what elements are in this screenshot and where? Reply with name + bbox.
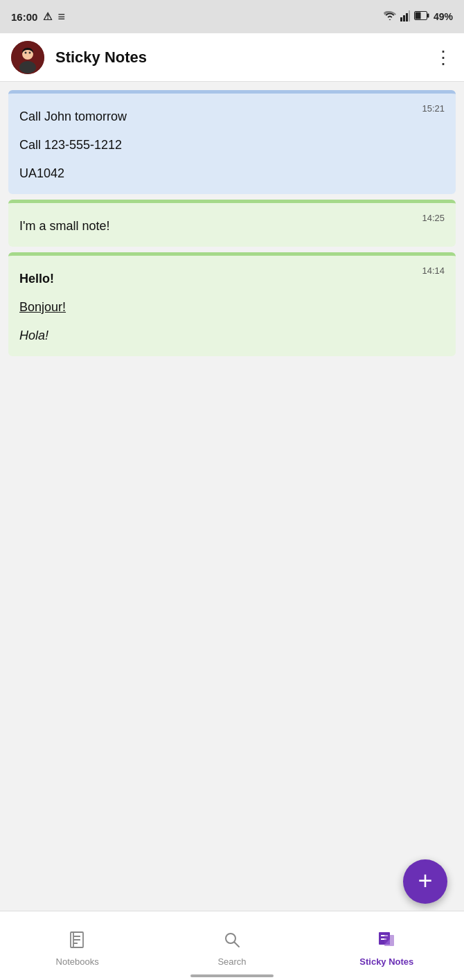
app-bar: Sticky Notes ⋮ [0,33,464,82]
add-icon: + [418,868,432,893]
more-options-icon[interactable]: ⋮ [434,49,453,67]
note-2-time: 14:25 [422,213,445,223]
bottom-nav: Notebooks Search Sticky Notes [0,911,464,980]
svg-rect-3 [409,10,410,21]
home-indicator [190,974,274,977]
wifi-icon [384,11,396,23]
sticky-notes-icon [377,931,395,954]
note-2-line-1: I'm a small note! [19,217,445,236]
status-bar: 16:00 ⚠ ≡ [0,0,464,33]
note-card-2[interactable]: 14:25 I'm a small note! [8,200,456,247]
svg-rect-16 [73,943,78,944]
nav-item-sticky-notes[interactable]: Sticky Notes [310,925,464,967]
nav-item-search[interactable]: Search [154,925,309,967]
note-1-line-3: UA1042 [19,164,445,183]
status-left: 16:00 ⚠ ≡ [11,10,65,24]
svg-rect-23 [384,935,394,946]
note-1-line-1: Call John tomorrow [19,107,445,126]
svg-rect-14 [73,936,80,937]
note-3-time: 14:14 [422,265,445,276]
notebooks-icon [69,931,87,954]
notes-list: 15:21 Call John tomorrow Call 123-555-12… [0,82,464,356]
note-1-time: 15:21 [422,103,445,114]
nav-label-search: Search [217,956,246,967]
note-1-line-2: Call 123-555-1212 [19,136,445,155]
battery-percent: 49% [434,11,453,22]
note-card-1[interactable]: 15:21 Call John tomorrow Call 123-555-12… [8,90,456,194]
note-card-3[interactable]: 14:14 Hello! Bonjour! Hola! [8,252,456,356]
status-time: 16:00 [11,11,37,23]
svg-rect-6 [415,12,420,19]
svg-point-11 [29,51,31,53]
svg-point-10 [25,51,27,53]
note-3-line-1: Hello! [19,270,445,288]
svg-line-18 [234,942,239,947]
note-3-line-2: Bonjour! [19,298,445,317]
app-title: Sticky Notes [55,49,423,67]
warning-icon: ⚠ [43,10,52,23]
avatar [11,41,44,74]
notif-icon: ≡ [57,10,65,24]
svg-point-9 [19,61,36,73]
svg-rect-1 [403,15,405,21]
nav-label-sticky-notes: Sticky Notes [359,956,413,967]
svg-rect-15 [73,939,80,940]
svg-rect-0 [400,17,402,21]
note-3-line-3: Hola! [19,326,445,345]
svg-rect-2 [406,13,408,21]
search-icon [223,931,241,954]
nav-item-notebooks[interactable]: Notebooks [0,925,154,967]
add-note-fab[interactable]: + [403,859,447,904]
signal-icon [400,10,410,24]
svg-rect-5 [427,14,429,18]
nav-label-notebooks: Notebooks [56,956,99,967]
battery-icon [414,11,429,22]
status-right: 49% [384,10,453,24]
